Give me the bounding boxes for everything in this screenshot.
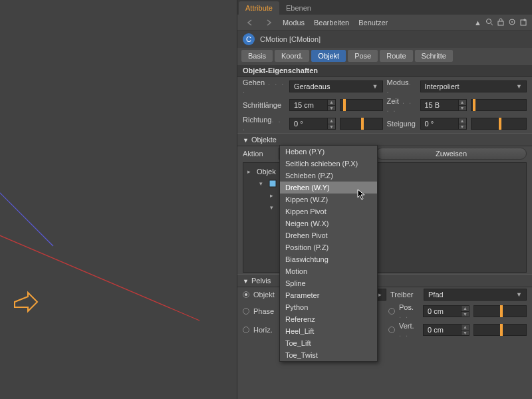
- svg-rect-11: [269, 180, 276, 187]
- dropdown-modus[interactable]: Interpoliert▼: [420, 80, 527, 92]
- spinner-down-icon[interactable]: ▼: [458, 124, 466, 130]
- label-gehen: Gehen . . . .: [243, 78, 285, 94]
- field-steigung[interactable]: 0 °▲▼: [420, 118, 467, 130]
- dropdown-item[interactable]: Parameter: [280, 289, 377, 301]
- cmotion-icon: C: [243, 33, 255, 45]
- subtab-route[interactable]: Route: [380, 50, 412, 62]
- radio-vert[interactable]: [388, 327, 395, 333]
- dropdown-item[interactable]: Schieben (P.Z): [280, 170, 377, 182]
- dropdown-item[interactable]: Heben (P.Y): [280, 146, 377, 158]
- forward-icon[interactable]: [264, 18, 273, 27]
- slider-schrittlaenge[interactable]: [340, 99, 383, 111]
- spinner-down-icon[interactable]: ▼: [461, 312, 469, 317]
- panel-menubar: Modus Bearbeiten Benutzer ▲: [237, 15, 532, 31]
- object-title: CMotion [CMotion]: [260, 35, 321, 43]
- slider-vert[interactable]: [473, 324, 527, 336]
- spinner-down-icon[interactable]: ▼: [461, 331, 469, 336]
- dropdown-gehen[interactable]: Geradeaus▼: [289, 80, 383, 92]
- back-icon[interactable]: [245, 18, 255, 27]
- menu-modus[interactable]: Modus: [283, 19, 305, 27]
- spinner-up-icon[interactable]: ▲: [458, 118, 466, 124]
- disclosure-icon[interactable]: ▾: [270, 204, 277, 211]
- field-vert[interactable]: 0 cm▲▼: [423, 324, 469, 336]
- disclosure-icon[interactable]: ▸: [270, 192, 277, 199]
- dropdown-item[interactable]: Kippen (W.Z): [280, 194, 377, 205]
- subtab-pose[interactable]: Pose: [348, 50, 378, 62]
- subtab-koord[interactable]: Koord.: [275, 50, 309, 62]
- subtab-objekt[interactable]: Objekt: [311, 50, 346, 62]
- svg-point-3: [487, 19, 491, 24]
- dropdown-item[interactable]: Toe_Twist: [280, 349, 377, 361]
- dropdown-item[interactable]: Spline: [280, 277, 377, 289]
- disclosure-right-icon[interactable]: ▸: [247, 168, 254, 175]
- menu-benutzer[interactable]: Benutzer: [358, 19, 388, 27]
- spinner-up-icon[interactable]: ▲: [327, 118, 335, 124]
- disclosure-down-icon: ▼: [243, 137, 249, 144]
- node-icon: [269, 180, 277, 188]
- section-objekt-eigenschaften: Objekt-Eigenschaften: [237, 64, 532, 77]
- label-horiz: Horiz.: [253, 326, 283, 334]
- dropdown-item[interactable]: Motion: [280, 265, 377, 277]
- menu-bearbeiten[interactable]: Bearbeiten: [314, 19, 349, 27]
- label-aktion: Aktion: [243, 150, 275, 158]
- up-icon[interactable]: ▲: [474, 19, 481, 27]
- tab-ebenen[interactable]: Ebenen: [279, 1, 318, 15]
- new-window-icon[interactable]: [520, 18, 528, 27]
- spinner-up-icon[interactable]: ▲: [461, 306, 469, 312]
- radio-pos[interactable]: [388, 308, 395, 315]
- dropdown-treiber[interactable]: Pfad▼: [424, 289, 527, 301]
- dropdown-item[interactable]: Biaswichtung: [280, 253, 377, 265]
- disclosure-icon[interactable]: ▾: [259, 180, 266, 187]
- subtab-schritte[interactable]: Schritte: [415, 50, 453, 62]
- subtab-basis[interactable]: Basis: [241, 50, 273, 62]
- field-pos[interactable]: 0 cm▲▼: [423, 305, 469, 317]
- field-zeit[interactable]: 15 B▲▼: [420, 99, 467, 111]
- target-icon[interactable]: [508, 18, 516, 27]
- spinner-down-icon[interactable]: ▼: [458, 106, 466, 111]
- spinner-down-icon[interactable]: ▼: [327, 124, 335, 130]
- label-steigung: Steigung: [387, 120, 416, 128]
- tab-attribute[interactable]: Attribute: [239, 1, 279, 15]
- radio-objekt[interactable]: [243, 291, 249, 298]
- svg-line-0: [0, 233, 200, 321]
- svg-line-1: [0, 186, 53, 246]
- slider-steigung[interactable]: [471, 118, 527, 130]
- chevron-down-icon: ▼: [516, 291, 522, 298]
- spinner-up-icon[interactable]: ▲: [461, 325, 469, 331]
- dropdown-item[interactable]: Python: [280, 301, 377, 313]
- subtab-strip: Basis Koord. Objekt Pose Route Schritte: [237, 48, 532, 64]
- dropdown-item[interactable]: Seitlich schieben (P.X): [280, 158, 377, 170]
- section-objekte[interactable]: ▼Objekte: [237, 133, 532, 146]
- viewport-canvas: [0, 0, 237, 399]
- dropdown-item[interactable]: Toe_Lift: [280, 337, 377, 349]
- label-modus: Modus. .: [387, 78, 416, 94]
- dropdown-item[interactable]: Drehen (W.Y): [280, 182, 377, 194]
- spinner-up-icon[interactable]: ▲: [458, 100, 466, 106]
- field-richtung[interactable]: 0 °▲▼: [289, 118, 336, 130]
- spinner-down-icon[interactable]: ▼: [327, 106, 335, 111]
- panel-tabstrip: Attribute Ebenen: [237, 0, 532, 15]
- slider-zeit[interactable]: [471, 99, 527, 111]
- search-icon[interactable]: [485, 18, 493, 27]
- radio-phase[interactable]: [243, 308, 249, 315]
- dropdown-aktion-menu[interactable]: Heben (P.Y)Seitlich schieben (P.X)Schieb…: [279, 145, 378, 362]
- button-zuweisen[interactable]: Zuweisen: [376, 148, 527, 160]
- slider-richtung[interactable]: [340, 118, 383, 130]
- dropdown-item[interactable]: Drehen Pivot: [280, 229, 377, 241]
- lock-icon[interactable]: [497, 18, 504, 27]
- radio-horiz[interactable]: [243, 327, 249, 333]
- svg-rect-8: [521, 20, 526, 25]
- dropdown-item[interactable]: Heel_Lift: [280, 325, 377, 337]
- label-vert: Vert. . .: [399, 322, 419, 338]
- label-pos: Pos. . .: [399, 303, 419, 319]
- dropdown-item[interactable]: Kippen Pivot: [280, 205, 377, 217]
- spinner-up-icon[interactable]: ▲: [327, 100, 335, 106]
- label-phase: Phase: [253, 307, 283, 315]
- slider-pos[interactable]: [473, 305, 527, 317]
- dropdown-item[interactable]: Neigen (W.X): [280, 217, 377, 229]
- svg-line-4: [491, 23, 493, 25]
- dropdown-item[interactable]: Referenz: [280, 313, 377, 325]
- dropdown-item[interactable]: Position (P.Z): [280, 241, 377, 253]
- field-schrittlaenge[interactable]: 15 cm▲▼: [289, 99, 336, 111]
- viewport-3d[interactable]: [0, 0, 237, 399]
